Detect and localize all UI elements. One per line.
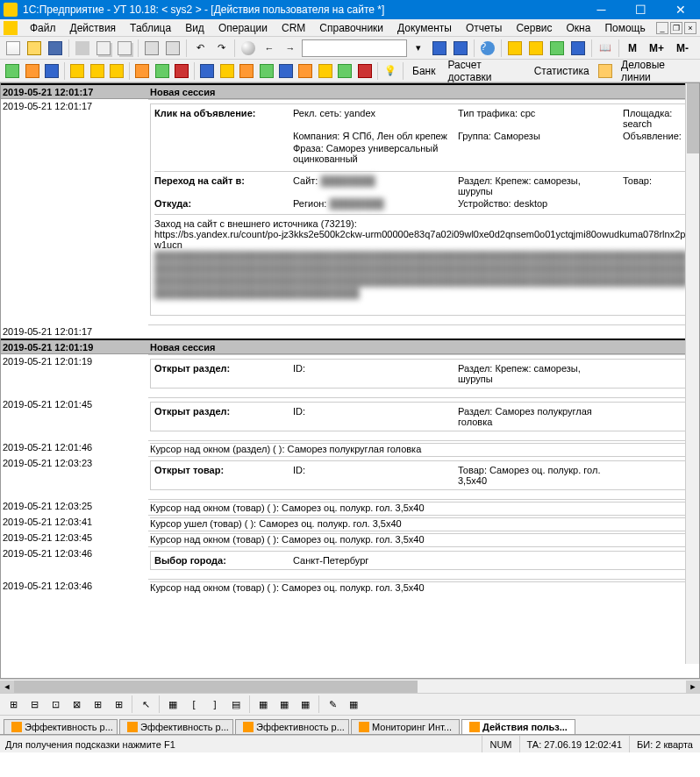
bt-6[interactable]: ⊞ [109,695,128,714]
help-button[interactable]: ? [478,39,497,58]
horizontal-scrollbar[interactable]: ◄ ► [0,679,700,693]
menu-crm[interactable]: CRM [275,20,312,36]
tb2-14[interactable] [277,61,295,81]
scroll-right-button[interactable]: ► [686,681,700,693]
tb2-8[interactable] [154,61,171,81]
dropdown-button[interactable]: ▾ [409,39,428,58]
bt-7[interactable]: ▦ [163,695,182,714]
forward-button[interactable]: → [281,39,300,58]
tool-1[interactable] [505,39,525,58]
bank-button[interactable]: Банк [407,65,440,77]
bt-11[interactable]: ▦ [254,695,273,714]
cut-button[interactable] [73,39,92,58]
mail-icon[interactable] [596,61,614,81]
tool-calc[interactable] [430,39,449,58]
tb2-17[interactable] [336,61,354,81]
preview-button[interactable] [163,39,182,58]
bt-2[interactable]: ⊟ [25,695,44,714]
doc-icon [4,21,18,35]
menu-directories[interactable]: Справочники [312,20,390,36]
tb2-13[interactable] [257,61,275,81]
menu-documents[interactable]: Документы [390,20,459,36]
vertical-scrollbar[interactable] [685,83,699,664]
tb2-10[interactable] [198,61,216,81]
bt-13[interactable]: ▦ [296,695,315,714]
document-tab[interactable]: Эффективность р... [4,719,118,734]
tb2-16[interactable] [317,61,334,81]
bt-14[interactable]: ✎ [323,695,342,714]
tb2-1[interactable] [4,61,21,81]
maximize-button[interactable]: ☐ [621,0,661,19]
mdi-restore-button[interactable]: ❐ [670,22,682,34]
copy-button[interactable] [94,39,113,58]
document-tab[interactable]: Действия польз... [461,719,575,734]
bt-12[interactable]: ▦ [275,695,294,714]
menu-help[interactable]: Помощь [597,20,652,36]
document-tab[interactable]: Эффективность р... [119,719,233,734]
search-combo[interactable] [302,39,407,57]
find-button[interactable] [239,39,258,58]
menu-service[interactable]: Сервис [509,20,559,36]
tb2-6[interactable] [108,61,125,81]
tb2-12[interactable] [238,61,255,81]
redo-button[interactable]: ↷ [211,39,231,58]
tb2-7[interactable] [133,61,151,81]
status-num: NUM [482,736,518,752]
paste-button[interactable] [115,39,134,58]
pointer-icon[interactable]: ↖ [136,695,155,714]
menu-file[interactable]: Файл [23,20,63,36]
lines-button[interactable]: Деловые линии [616,59,696,83]
tb2-15[interactable] [296,61,314,81]
stats-button[interactable]: Статистика [529,65,595,77]
minimize-button[interactable]: ─ [582,0,621,19]
tb2-9[interactable] [173,61,190,81]
close-button[interactable]: ✕ [661,0,700,19]
bt-5[interactable]: ⊞ [88,695,107,714]
menu-reports[interactable]: Отчеты [459,20,509,36]
document-tab[interactable]: Мониторинг Инт... [351,719,460,734]
mplus-button[interactable]: M+ [644,42,669,54]
new-button[interactable] [4,39,23,58]
log-row: 2019-05-21 12:03:41Курсор ушел (товар) (… [1,515,699,531]
tb2-5[interactable] [88,61,105,81]
bt-1[interactable]: ⊞ [4,695,23,714]
bt-9[interactable]: ] [205,695,225,714]
tb2-11[interactable] [218,61,236,81]
bt-10[interactable]: ▤ [226,695,246,714]
bulb-icon[interactable]: 💡 [382,61,399,81]
undo-button[interactable]: ↶ [190,39,210,58]
menu-windows[interactable]: Окна [559,20,597,36]
mdi-close-button[interactable]: × [684,22,696,34]
document-tab[interactable]: Эффективность р... [235,719,349,734]
tb2-4[interactable] [68,61,86,81]
m-button[interactable]: M [623,42,642,54]
status-bi: БИ: 2 кварта [629,736,700,752]
bt-8[interactable]: [ [184,695,204,714]
save-button[interactable] [46,39,65,58]
mdi-minimize-button[interactable]: _ [656,22,668,34]
tb2-2[interactable] [23,61,40,81]
session-header: 2019-05-21 12:01:17Новая сессия [1,83,699,99]
back-button[interactable]: ← [260,39,279,58]
scroll-left-button[interactable]: ◄ [0,681,14,693]
tool-2[interactable] [526,39,546,58]
bt-3[interactable]: ⊡ [46,695,65,714]
tool-calendar[interactable] [451,39,470,58]
tab-icon [359,722,369,732]
menu-operations[interactable]: Операции [211,20,275,36]
tb2-3[interactable] [43,61,61,81]
print-button[interactable] [142,39,161,58]
bt-4[interactable]: ⊠ [67,695,86,714]
tool-book[interactable]: 📖 [596,39,615,58]
tool-3[interactable] [547,39,567,58]
statusbar: Для получения подсказки нажмите F1 NUM Т… [0,735,700,752]
menu-view[interactable]: Вид [178,20,211,36]
menu-table[interactable]: Таблица [123,20,178,36]
bt-15[interactable]: ▦ [344,695,363,714]
open-button[interactable] [25,39,44,58]
delivery-button[interactable]: Расчет доставки [442,59,526,83]
menu-actions[interactable]: Действия [63,20,124,36]
tb2-18[interactable] [355,61,373,81]
tool-4[interactable] [568,39,588,58]
mminus-button[interactable]: M- [671,42,694,54]
